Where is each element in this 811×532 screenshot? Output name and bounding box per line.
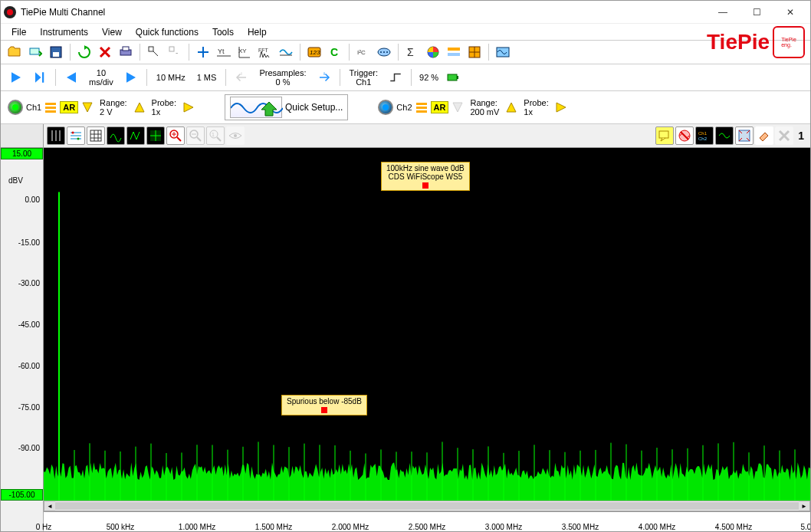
scroll-right-icon[interactable]: ► (799, 501, 809, 511)
svg-rect-56 (150, 444, 151, 501)
range-inc-icon[interactable] (133, 101, 146, 113)
annotation-spurious[interactable]: Spurious below -85dB (281, 395, 367, 415)
timebase-unit: ms/div (89, 77, 113, 87)
timebase-inc-icon[interactable] (120, 67, 142, 88)
trigger-left-icon[interactable] (231, 67, 252, 88)
presamples-value: 0 % (275, 77, 290, 87)
table-icon[interactable] (87, 126, 105, 145)
sigma-icon[interactable]: Σ (403, 43, 422, 61)
refresh-icon[interactable] (75, 43, 94, 61)
svg-rect-7 (169, 47, 174, 51)
timebase-dec-icon[interactable] (61, 67, 82, 88)
zoom-out-icon[interactable] (186, 126, 205, 145)
play-icon[interactable] (5, 67, 27, 88)
i2c-icon[interactable]: I²C (354, 43, 373, 61)
scope-view-icon[interactable] (494, 43, 512, 61)
eraser-icon[interactable] (755, 126, 773, 145)
c-icon[interactable]: C (326, 43, 344, 61)
color-wheel-icon[interactable] (424, 43, 442, 61)
trigger-display[interactable]: Trigger: Ch1 (345, 68, 383, 87)
expand-icon[interactable] (735, 126, 754, 145)
svg-point-18 (383, 51, 385, 53)
svg-rect-81 (534, 445, 534, 501)
plot-canvas[interactable]: 100kHz sine wave 0dB CDS WiFiScope WS5 S… (44, 148, 810, 501)
bus-icon[interactable] (445, 43, 463, 61)
ch1-ar[interactable]: AR (60, 101, 78, 113)
menu-view[interactable]: View (96, 25, 128, 39)
svg-rect-31 (45, 107, 56, 109)
battery-icon (444, 68, 462, 87)
presamples-display[interactable]: Presamples: 0 % (254, 68, 310, 87)
delete-icon[interactable] (96, 43, 114, 61)
cursor-icon[interactable] (145, 43, 163, 61)
minimize-button[interactable]: — (706, 2, 740, 23)
svg-rect-38 (90, 130, 101, 141)
fft-icon[interactable]: FFT (256, 43, 274, 61)
close-plot-icon[interactable] (775, 126, 793, 145)
svg-rect-61 (227, 450, 228, 501)
close-button[interactable]: ✕ (773, 2, 807, 23)
ch2-led-icon[interactable] (378, 100, 393, 115)
bars-icon[interactable] (415, 101, 428, 113)
range-dec-icon[interactable] (81, 101, 94, 113)
menu-quick-functions[interactable]: Quick functions (130, 25, 205, 39)
grid-icon[interactable] (465, 43, 484, 61)
y-axis-unit: dBV (8, 176, 23, 185)
ch2-ar[interactable]: AR (431, 101, 449, 113)
timebase-display[interactable]: 10 ms/div (84, 68, 118, 87)
bars-icon[interactable] (44, 101, 57, 113)
quick-setup-thumb-icon (230, 97, 282, 118)
annotation-main[interactable]: 100kHz sine wave 0dB CDS WiFiScope WS5 (381, 162, 470, 191)
svg-rect-34 (416, 107, 427, 109)
no-signal-icon[interactable] (675, 126, 694, 145)
yt-mode-icon[interactable]: Yt (215, 43, 233, 61)
serial-icon[interactable] (375, 43, 393, 61)
record-length[interactable]: 1 MS (192, 73, 222, 82)
ch-compare-icon[interactable]: Ch1Ch2 (695, 126, 714, 145)
wave-c-icon[interactable] (146, 126, 165, 145)
menu-instruments[interactable]: Instruments (34, 25, 94, 39)
sample-rate[interactable]: 10 MHz (152, 73, 190, 82)
menu-file[interactable]: File (5, 25, 32, 39)
comment-icon[interactable] (655, 126, 674, 145)
ch1-led-icon[interactable] (8, 100, 23, 115)
zoom-in-icon[interactable] (166, 126, 185, 145)
sink-icon[interactable] (277, 43, 295, 61)
remove-ch-icon[interactable]: - (166, 43, 184, 61)
cursor-h-icon[interactable] (67, 126, 85, 145)
play-once-icon[interactable] (29, 67, 51, 88)
y-axis-bottom: -105.00 (1, 489, 43, 501)
quick-setup-button[interactable]: Quick Setup... (225, 94, 348, 120)
range-dec-icon[interactable] (451, 101, 464, 113)
save-icon[interactable] (47, 43, 65, 61)
toolbar-acquisition: 10 ms/div 10 MHz 1 MS Presamples: 0 % Tr… (1, 64, 810, 91)
meter-icon[interactable]: 123 (305, 43, 323, 61)
svg-rect-91 (687, 448, 688, 501)
svg-point-17 (380, 51, 382, 53)
svg-point-19 (386, 51, 388, 53)
range-inc-icon[interactable] (505, 101, 517, 113)
xy-mode-icon[interactable]: XY (235, 43, 254, 61)
print-icon[interactable] (117, 43, 135, 61)
scroll-thumb[interactable] (55, 502, 799, 510)
wave-green-icon[interactable] (715, 126, 734, 145)
wave-a-icon[interactable] (107, 126, 125, 145)
wave-b-icon[interactable] (126, 126, 145, 145)
yt-add-icon[interactable] (194, 43, 212, 61)
svg-rect-33 (416, 103, 427, 105)
scroll-left-icon[interactable]: ◄ (44, 501, 55, 511)
grid-lines-icon[interactable] (47, 126, 65, 145)
load-scope-icon[interactable] (26, 43, 44, 61)
menu-tools[interactable]: Tools (206, 25, 240, 39)
trigger-edge-icon[interactable] (385, 67, 406, 88)
probe-play-icon[interactable] (555, 101, 567, 113)
h-scrollbar[interactable]: ◄ ► (44, 501, 810, 511)
trigger-right-icon[interactable] (314, 67, 335, 88)
menu-help[interactable]: Help (241, 25, 273, 39)
ch1-range-label: Range: (100, 98, 126, 107)
eye-icon[interactable] (226, 126, 245, 145)
open-icon[interactable] (5, 43, 24, 61)
maximize-button[interactable]: ☐ (740, 2, 773, 23)
probe-play-icon[interactable] (182, 101, 195, 113)
zoom-reset-icon[interactable]: 1 (206, 126, 225, 145)
